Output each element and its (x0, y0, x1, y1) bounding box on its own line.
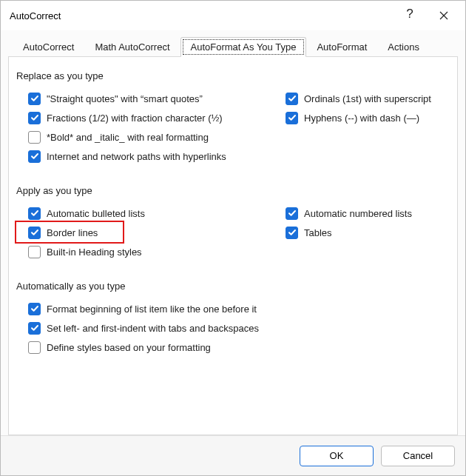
checkbox-hyphens[interactable] (286, 112, 298, 124)
label-border-lines: Border lines (47, 227, 98, 238)
checkbox-heading-styles[interactable] (28, 246, 41, 258)
checkbox-fractions[interactable] (28, 112, 41, 124)
label-format-beginning: Format beginning of list item like the o… (47, 304, 257, 315)
label-hyphens: Hyphens (--) with dash (—) (304, 113, 419, 124)
group-replace-title: Replace as you type (16, 70, 450, 81)
checkbox-ordinals[interactable] (286, 93, 298, 105)
checkbox-bold-italic[interactable] (28, 131, 41, 144)
checkbox-bulleted-lists[interactable] (28, 207, 41, 220)
label-bulleted-lists: Automatic bulleted lists (47, 208, 145, 219)
checkbox-border-lines[interactable] (28, 227, 41, 239)
group-apply-title: Apply as you type (16, 185, 450, 196)
close-icon (439, 11, 448, 20)
tab-autoformat-as-you-type[interactable]: AutoFormat As You Type (180, 37, 307, 57)
checkbox-tables[interactable] (286, 227, 298, 239)
group-replace: Replace as you type "Straight quotes" wi… (16, 70, 450, 166)
checkbox-set-indent[interactable] (28, 322, 41, 335)
label-set-indent: Set left- and first-indent with tabs and… (47, 323, 259, 334)
label-fractions: Fractions (1/2) with fraction character … (47, 113, 223, 124)
ok-button[interactable]: OK (300, 446, 374, 466)
group-apply: Apply as you type Automatic bulleted lis… (16, 185, 450, 261)
close-button[interactable] (427, 3, 461, 28)
label-numbered-lists: Automatic numbered lists (304, 208, 412, 219)
tab-autoformat[interactable]: AutoFormat (306, 37, 377, 57)
checkbox-numbered-lists[interactable] (286, 207, 298, 220)
tab-actions[interactable]: Actions (377, 37, 430, 57)
label-define-styles: Define styles based on your formatting (47, 342, 211, 353)
tab-autocorrect[interactable]: AutoCorrect (13, 37, 84, 57)
cancel-button[interactable]: Cancel (381, 446, 455, 466)
checkbox-straight-quotes[interactable] (28, 93, 41, 105)
label-internet-paths: Internet and network paths with hyperlin… (47, 151, 226, 162)
checkbox-define-styles[interactable] (28, 341, 41, 354)
dialog-body: AutoCorrect Math AutoCorrect AutoFormat … (1, 30, 465, 435)
checkbox-format-beginning[interactable] (28, 303, 41, 315)
tab-math-autocorrect[interactable]: Math AutoCorrect (84, 37, 180, 57)
dialog-footer: OK Cancel (1, 435, 465, 475)
label-tables: Tables (304, 227, 332, 238)
tab-panel: Replace as you type "Straight quotes" wi… (8, 57, 458, 435)
help-button[interactable]: ? (393, 1, 427, 27)
label-straight-quotes: "Straight quotes" with “smart quotes” (47, 93, 203, 104)
checkbox-internet-paths[interactable] (28, 150, 41, 163)
tab-strip: AutoCorrect Math AutoCorrect AutoFormat … (8, 35, 458, 57)
label-ordinals: Ordinals (1st) with superscript (304, 93, 431, 104)
label-bold-italic: *Bold* and _italic_ with real formatting (47, 132, 209, 143)
group-automatically-title: Automatically as you type (16, 281, 450, 292)
group-automatically: Automatically as you type Format beginni… (16, 281, 450, 357)
window-title: AutoCorrect (10, 10, 393, 21)
titlebar: AutoCorrect ? (1, 1, 465, 30)
autocorrect-dialog: AutoCorrect ? AutoCorrect Math AutoCorre… (0, 0, 466, 476)
label-heading-styles: Built-in Heading styles (47, 247, 142, 258)
